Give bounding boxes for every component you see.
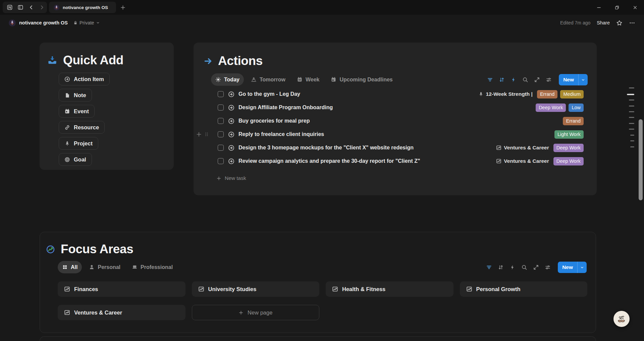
task-checkbox[interactable] <box>218 105 224 111</box>
notion-logo-icon[interactable] <box>7 4 13 10</box>
new-button-dropdown[interactable] <box>579 74 588 85</box>
task-checkbox[interactable] <box>218 131 224 137</box>
tag-low[interactable]: Low <box>569 104 584 112</box>
tag-errand[interactable]: Errand <box>563 117 584 125</box>
task-project-relation[interactable]: 12-Week Strength | <box>478 91 533 97</box>
actions-tab-week[interactable]: Week <box>292 73 324 86</box>
new-button-dropdown[interactable] <box>578 262 587 273</box>
quick-add-note-button[interactable]: Note <box>59 89 92 101</box>
quick-add-buttons: Action Item Note Event Resource Project … <box>59 73 110 166</box>
browser-tab[interactable]: notivance growth OS <box>49 2 116 13</box>
actions-new-button[interactable]: New <box>559 74 588 85</box>
maximize-button[interactable] <box>608 0 626 15</box>
new-task-button[interactable]: New task <box>216 175 246 181</box>
new-tab-button[interactable] <box>118 3 127 12</box>
focus-page-health-fitness[interactable]: Health & Fitness <box>326 281 453 297</box>
task-row[interactable]: Review campaign analytics and prepare th… <box>194 154 597 168</box>
outline-tick[interactable] <box>630 135 634 136</box>
focus-page-personal-growth[interactable]: Personal Growth <box>460 281 588 297</box>
outline-tick[interactable] <box>629 129 634 130</box>
focus-tab-all[interactable]: All <box>58 261 82 273</box>
plus-icon <box>216 176 221 181</box>
focus-page-finances[interactable]: Finances <box>58 281 185 297</box>
quick-add-button-label: Note <box>74 92 86 98</box>
more-options-icon[interactable] <box>629 20 635 26</box>
quick-add-project-button[interactable]: Project <box>59 137 98 150</box>
quick-add-resource-button[interactable]: Resource <box>59 121 105 134</box>
tag-medium[interactable]: Medium <box>560 90 584 98</box>
focus-tab-professional[interactable]: Professional <box>127 261 177 273</box>
sidebar-toggle-icon[interactable] <box>17 4 23 10</box>
search-icon[interactable] <box>522 77 528 83</box>
task-checkbox[interactable] <box>218 145 224 151</box>
task-checkbox[interactable] <box>218 91 224 97</box>
expand-icon[interactable] <box>533 264 539 270</box>
task-checkbox[interactable] <box>218 158 224 164</box>
outline-tick[interactable] <box>629 111 634 112</box>
focus-tab-personal[interactable]: Personal <box>85 261 125 273</box>
quick-add-goal-button[interactable]: Goal <box>59 153 92 166</box>
mascot-avatar-button[interactable] <box>613 311 630 327</box>
tag-errand[interactable]: Errand <box>537 90 558 98</box>
task-title[interactable]: Reply to freelance client inquiries <box>238 131 554 137</box>
forward-button[interactable] <box>39 4 45 10</box>
search-icon[interactable] <box>521 264 527 270</box>
outline-tick[interactable] <box>629 87 634 88</box>
privacy-selector[interactable]: Private <box>73 20 100 25</box>
new-task-label: New task <box>225 175 246 181</box>
expand-icon[interactable] <box>534 77 540 83</box>
scrollbar-thumb[interactable] <box>639 119 643 200</box>
outline-tick[interactable] <box>629 123 634 124</box>
tab-label: Week <box>306 77 320 83</box>
outline-tick[interactable] <box>630 140 634 141</box>
task-row[interactable]: Reply to freelance client inquiries Ligh… <box>194 128 597 141</box>
task-title[interactable]: Design Affiliate Program Onboarding <box>238 105 536 111</box>
task-row[interactable]: Buy groceries for meal prep Errand <box>194 114 597 128</box>
task-checkbox[interactable] <box>218 118 224 124</box>
quick-add-action-item-button[interactable]: Action Item <box>59 73 110 85</box>
outline-tick[interactable] <box>629 117 634 118</box>
outline-tick[interactable] <box>627 94 634 95</box>
breadcrumb[interactable]: notivance growth OS <box>19 20 68 25</box>
sort-icon[interactable] <box>498 264 504 270</box>
task-title[interactable]: Design the 3 homepage mockups for the "C… <box>238 145 496 151</box>
task-title[interactable]: Go to the gym - Leg Day <box>238 91 478 97</box>
drag-handle-icon[interactable] <box>204 132 209 137</box>
tag-deep-work[interactable]: Deep Work <box>553 144 584 152</box>
focus-new-button[interactable]: New <box>558 262 587 273</box>
tag-deep-work[interactable]: Deep Work <box>553 157 584 165</box>
tag-light-work[interactable]: Light Work <box>554 130 584 139</box>
task-title[interactable]: Buy groceries for meal prep <box>238 118 563 124</box>
actions-tab-upcoming-deadlines[interactable]: Upcoming Deadlines <box>326 73 397 86</box>
task-page-icon <box>228 131 234 138</box>
outline-tick[interactable] <box>629 106 634 107</box>
task-row[interactable]: Design the 3 homepage mockups for the "C… <box>194 141 597 154</box>
task-area-relation[interactable]: Ventures & Career <box>496 158 549 164</box>
quick-add-event-button[interactable]: Event <box>59 105 95 118</box>
view-settings-icon[interactable] <box>545 264 551 270</box>
actions-tab-tomorrow[interactable]: Tomorrow <box>247 73 290 86</box>
filter-icon[interactable] <box>486 264 492 270</box>
task-row[interactable]: Design Affiliate Program Onboarding Deep… <box>194 101 597 114</box>
zap-icon[interactable] <box>511 77 517 83</box>
task-area-relation[interactable]: Ventures & Career <box>496 145 549 151</box>
share-button[interactable]: Share <box>597 20 610 25</box>
minimize-button[interactable] <box>590 0 608 15</box>
favorite-star-icon[interactable] <box>616 20 623 26</box>
back-button[interactable] <box>28 4 34 10</box>
view-settings-icon[interactable] <box>546 77 552 83</box>
new-page-button[interactable]: New page <box>192 305 320 320</box>
close-button[interactable] <box>626 0 644 15</box>
tag-deep-work[interactable]: Deep Work <box>536 104 566 112</box>
zap-icon[interactable] <box>509 264 516 270</box>
outline-tick[interactable] <box>629 99 634 100</box>
focus-page-university-studies[interactable]: University Studies <box>192 281 320 297</box>
filter-icon[interactable] <box>487 77 493 83</box>
add-row-icon[interactable] <box>196 131 202 137</box>
task-row[interactable]: Go to the gym - Leg Day 12-Week Strength… <box>194 87 597 101</box>
task-title[interactable]: Review campaign analytics and prepare th… <box>238 158 496 164</box>
outline-tick[interactable] <box>630 146 634 147</box>
actions-tab-today[interactable]: Today <box>211 73 244 86</box>
sort-icon[interactable] <box>499 77 505 83</box>
focus-page-ventures-career[interactable]: Ventures & Career <box>58 305 185 320</box>
